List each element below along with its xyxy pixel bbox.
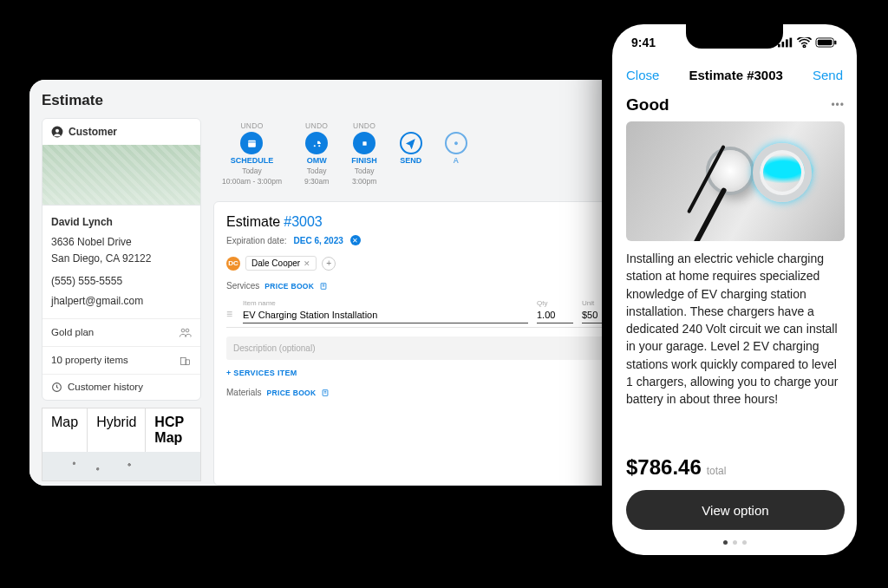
svg-rect-15 [786,39,788,47]
map-tab-hcp[interactable]: HCP Map [145,408,201,452]
description-input[interactable]: Description (optional) [226,336,611,360]
svg-rect-7 [248,140,256,147]
send-button[interactable]: Send [813,68,843,82]
option-description: Installing an electric vehicle charging … [626,250,845,448]
customer-section-label: Customer [69,126,117,138]
customer-plan: Gold plan [51,327,94,337]
svg-point-8 [313,145,315,147]
customer-card: Customer David Lynch 3636 Nobel Drive Sa… [42,118,201,401]
close-button[interactable]: Close [626,68,659,82]
mini-map[interactable] [42,452,201,481]
price-book-link[interactable]: PRICE BOOK [264,282,314,291]
option-hero-image [626,121,845,241]
calendar-icon [240,132,263,154]
phone-side-button [867,127,871,196]
estimate-option-card: Good ••• Installing an electric vehicle … [626,95,845,530]
stop-icon [353,132,375,154]
customer-icon [51,126,63,138]
history-icon [51,382,62,393]
map-tab-map[interactable]: Map [42,408,87,452]
materials-label: Materials [226,388,262,397]
pager-dot-active [723,540,728,545]
people-icon [179,326,192,339]
svg-rect-19 [834,41,836,45]
battery-icon [815,37,838,48]
workflow-stepbar: UNDO SCHEDULE Today 10:00am - 3:00pm UND… [213,118,624,193]
customer-column: Customer David Lynch 3636 Nobel Drive Sa… [42,118,201,486]
step-next-peek: . ● A [445,121,467,186]
nav-title: Estimate #3003 [689,68,782,82]
svg-rect-4 [181,357,186,364]
svg-rect-5 [186,360,189,365]
estimate-number: #3003 [284,214,323,230]
option-price: $786.46 [626,455,702,480]
phone-notch [686,24,783,49]
wifi-icon [797,37,812,48]
expiration-row: Expiration date: DEC 6, 2023 ✕ [226,235,611,245]
price-book-icon [321,389,330,397]
item-name-input[interactable]: EV Charging Station Installation [243,307,528,323]
expiration-date[interactable]: DEC 6, 2023 [294,236,343,245]
add-services-item-button[interactable]: + SERVICES ITEM [226,369,611,377]
map-tab-hybrid[interactable]: Hybrid [87,408,145,452]
customer-header: Customer [42,119,200,145]
assignee-avatar: DC [226,257,240,271]
add-assignee-button[interactable]: + [322,257,336,271]
customer-email[interactable]: jhalpert@gmail.com [51,293,192,310]
clear-date-icon[interactable]: ✕ [350,235,361,245]
building-icon [179,354,192,367]
page-indicator [612,530,857,555]
drag-handle-icon[interactable]: ≡ [226,308,234,323]
send-icon [400,132,422,154]
step-send[interactable]: . SEND [400,121,422,186]
svg-rect-10 [362,141,366,145]
svg-point-2 [181,329,185,332]
customer-property-items: 10 property items [51,355,128,365]
svg-rect-16 [790,38,793,48]
line-item-row: ≡ Item name EV Charging Station Installa… [226,296,611,328]
option-price-row: $786.46 total [626,455,845,480]
customer-items-row[interactable]: 10 property items [42,346,200,374]
option-title: Good [626,95,669,114]
nav-bar: Close Estimate #3003 Send [612,61,857,88]
status-time: 9:41 [631,36,656,49]
pager-dot[interactable] [742,540,747,545]
qty-input[interactable]: 1.00 [537,307,573,323]
customer-phone[interactable]: (555) 555-5555 [51,273,192,290]
estimate-title: Estimate #3003 [226,214,611,230]
price-book-icon [319,282,328,291]
customer-history-link[interactable]: Customer history [42,374,200,400]
price-book-link-materials[interactable]: PRICE BOOK [267,389,317,397]
truck-icon [305,132,328,154]
option-more-icon[interactable]: ••• [831,99,845,111]
estimate-card: Estimate #3003 Expiration date: DEC 6, 2… [213,201,624,486]
svg-point-9 [318,145,320,147]
step-omw[interactable]: UNDO OMW Today 9:30am [304,121,329,186]
customer-address-1: 3636 Nobel Drive [51,234,192,251]
svg-point-3 [186,329,189,332]
remove-assignee-icon[interactable]: ✕ [304,259,310,268]
services-label: Services [226,281,259,291]
step-schedule[interactable]: UNDO SCHEDULE Today 10:00am - 3:00pm [222,121,282,186]
pager-dot[interactable] [733,540,737,545]
assignee-chip[interactable]: Dale Cooper ✕ [245,256,317,271]
phone-frame: 9:41 Close Estimate #3003 Send Good ••• [602,14,867,565]
customer-map-thumb[interactable] [42,145,200,206]
customer-name: David Lynch [51,214,192,231]
customer-address-2: San Diego, CA 92122 [51,251,192,267]
customer-history-label: Customer history [68,382,143,392]
svg-rect-18 [818,40,832,45]
view-option-button[interactable]: View option [626,490,845,530]
svg-rect-14 [782,42,785,47]
svg-point-1 [56,129,59,133]
option-price-suffix: total [707,465,727,477]
step-finish[interactable]: UNDO FINISH Today 3:00pm [351,121,377,186]
next-icon: ● [445,132,467,154]
svg-rect-13 [778,44,780,48]
customer-plan-row[interactable]: Gold plan [42,318,200,346]
estimate-window: Estimate Customer David Lynch 3636 Nobel… [29,80,637,486]
page-title: Estimate [42,92,637,109]
map-type-selector: Map Hybrid HCP Map [42,408,201,481]
assignee-row: DC Dale Cooper ✕ + [226,256,611,271]
